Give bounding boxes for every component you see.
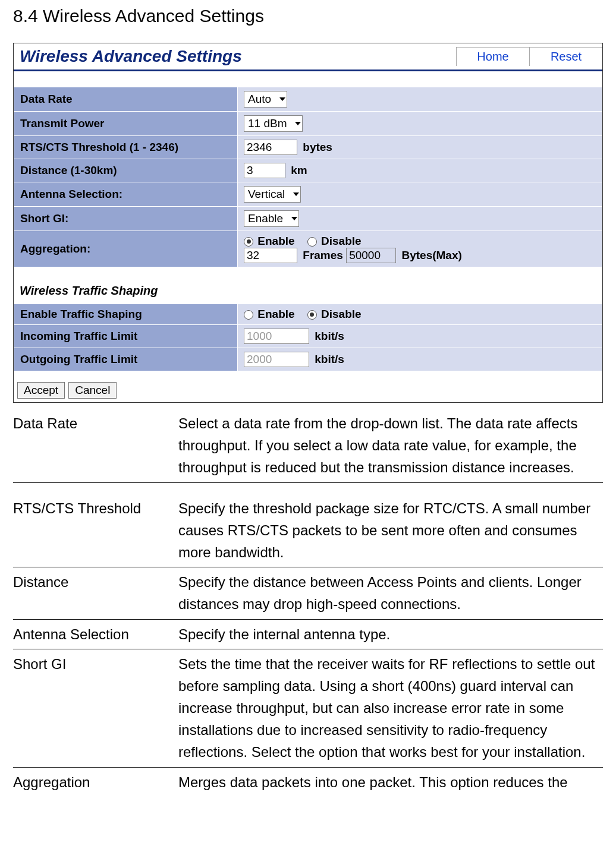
chevron-down-icon [291,217,297,220]
chevron-down-icon [279,97,285,101]
chevron-down-icon [293,192,299,196]
rts-input[interactable] [244,140,297,155]
desc-text: Specify the distance between Access Poin… [178,567,603,619]
aggregation-enable-radio[interactable] [244,237,253,247]
tx-power-select[interactable]: 11 dBm [244,115,303,132]
short-gi-value: Enable [248,212,283,225]
traffic-disable-text: Disable [321,308,362,320]
outgoing-unit: kbit/s [315,353,344,365]
rts-unit: bytes [303,141,332,153]
desc-term: RTS/CTS Threshold [13,494,178,567]
traffic-enable-label: Enable Traffic Shaping [14,304,238,325]
aggregation-frames-label: Frames [303,249,343,261]
traffic-disable-radio[interactable] [307,310,317,320]
short-gi-label: Short GI: [14,207,238,231]
outgoing-input[interactable] [244,352,309,367]
traffic-enable-text: Enable [257,308,294,320]
antenna-select[interactable]: Vertical [244,186,301,203]
desc-text: Merges data packets into one packet. Thi… [178,767,603,797]
traffic-shaping-heading: Wireless Traffic Shaping [14,267,602,304]
desc-text: Sets the time that the receiver waits fo… [178,649,603,767]
aggregation-label: Aggregation: [14,231,238,267]
incoming-label: Incoming Traffic Limit [14,325,238,348]
desc-term: Antenna Selection [13,619,178,649]
antenna-value: Vertical [248,188,285,201]
description-table: Data Rate Select a data rate from the dr… [13,409,603,797]
aggregation-disable-radio[interactable] [307,237,317,247]
desc-text: Select a data rate from the drop-down li… [178,409,603,482]
traffic-table: Enable Traffic Shaping Enable Disable In… [14,304,602,371]
distance-unit: km [291,164,307,176]
aggregation-disable-text: Disable [321,235,362,247]
aggregation-enable-text: Enable [257,235,294,247]
incoming-unit: kbit/s [315,330,344,342]
chevron-down-icon [295,122,301,125]
rts-label: RTS/CTS Threshold (1 - 2346) [14,136,238,159]
page-title: 8.4 Wireless Advanced Settings [0,0,616,43]
panel-title: Wireless Advanced Settings [20,47,242,66]
panel-header: Wireless Advanced Settings Home Reset [14,43,602,71]
aggregation-bytes-label: Bytes(Max) [401,249,461,261]
accept-button[interactable]: Accept [17,382,65,399]
desc-term: Aggregation [13,767,178,797]
desc-text: Specify the threshold package size for R… [178,494,603,567]
antenna-label: Antenna Selection: [14,182,238,207]
distance-input[interactable] [244,163,285,178]
desc-term: Data Rate [13,409,178,482]
desc-term: Distance [13,567,178,619]
data-rate-label: Data Rate [14,87,238,112]
aggregation-frames-input[interactable] [244,248,297,263]
aggregation-bytes-input[interactable] [346,248,396,263]
outgoing-label: Outgoing Traffic Limit [14,348,238,371]
short-gi-select[interactable]: Enable [244,210,299,227]
traffic-enable-radio[interactable] [244,310,253,320]
settings-panel: Wireless Advanced Settings Home Reset Da… [13,43,603,403]
settings-table: Data Rate Auto Transmit Power 11 dBm RTS… [14,87,602,267]
tx-power-label: Transmit Power [14,112,238,136]
desc-text: Specify the internal antenna type. [178,619,603,649]
home-link[interactable]: Home [456,47,529,66]
data-rate-select[interactable]: Auto [244,91,287,108]
desc-term: Short GI [13,649,178,767]
cancel-button[interactable]: Cancel [68,382,117,399]
distance-label: Distance (1-30km) [14,159,238,182]
data-rate-value: Auto [248,93,271,106]
reset-link[interactable]: Reset [529,47,602,66]
tx-power-value: 11 dBm [248,117,287,130]
incoming-input[interactable] [244,329,309,344]
